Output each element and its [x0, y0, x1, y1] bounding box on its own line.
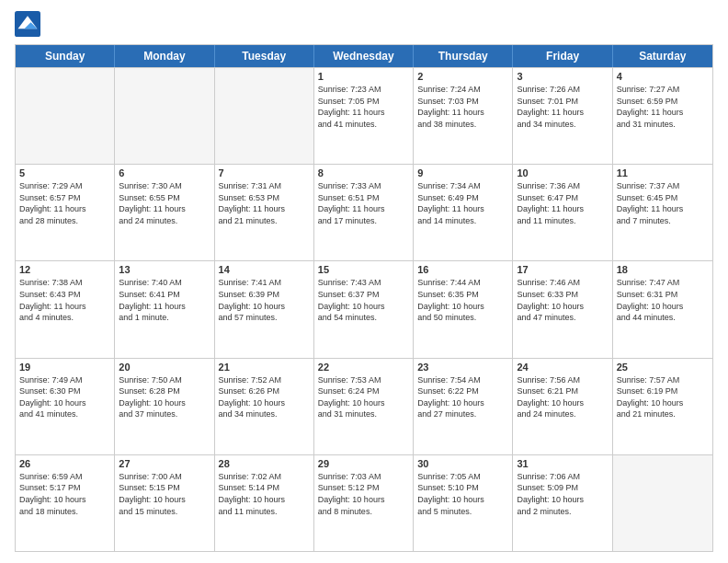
day-info: Sunrise: 7:43 AM Sunset: 6:37 PM Dayligh… [318, 277, 409, 323]
day-cell-16: 16Sunrise: 7:44 AM Sunset: 6:35 PM Dayli… [414, 261, 513, 357]
day-cell-20: 20Sunrise: 7:50 AM Sunset: 6:28 PM Dayli… [115, 359, 214, 454]
day-cell-28: 28Sunrise: 7:02 AM Sunset: 5:14 PM Dayli… [215, 455, 314, 551]
day-info: Sunrise: 7:47 AM Sunset: 6:31 PM Dayligh… [617, 277, 709, 323]
day-cell-30: 30Sunrise: 7:05 AM Sunset: 5:10 PM Dayli… [414, 455, 513, 551]
day-cell-31: 31Sunrise: 7:06 AM Sunset: 5:09 PM Dayli… [513, 455, 612, 551]
day-cell-6: 6Sunrise: 7:30 AM Sunset: 6:55 PM Daylig… [115, 165, 214, 260]
weekday-header-thursday: Thursday [414, 45, 513, 67]
day-number: 26 [19, 458, 110, 469]
day-cell-19: 19Sunrise: 7:49 AM Sunset: 6:30 PM Dayli… [16, 359, 115, 454]
day-info: Sunrise: 7:33 AM Sunset: 6:51 PM Dayligh… [318, 180, 409, 226]
day-number: 25 [617, 362, 709, 373]
day-info: Sunrise: 7:44 AM Sunset: 6:35 PM Dayligh… [417, 277, 508, 323]
day-cell-5: 5Sunrise: 7:29 AM Sunset: 6:57 PM Daylig… [16, 165, 115, 260]
weekday-header-wednesday: Wednesday [314, 45, 414, 67]
day-cell-2: 2Sunrise: 7:24 AM Sunset: 7:03 PM Daylig… [414, 68, 513, 164]
day-cell-9: 9Sunrise: 7:34 AM Sunset: 6:49 PM Daylig… [414, 165, 513, 260]
day-info: Sunrise: 7:02 AM Sunset: 5:14 PM Dayligh… [219, 471, 310, 517]
day-cell-15: 15Sunrise: 7:43 AM Sunset: 6:37 PM Dayli… [314, 261, 414, 357]
calendar-header: SundayMondayTuesdayWednesdayThursdayFrid… [16, 45, 712, 67]
day-info: Sunrise: 7:24 AM Sunset: 7:03 PM Dayligh… [417, 84, 508, 130]
day-info: Sunrise: 7:29 AM Sunset: 6:57 PM Dayligh… [19, 180, 110, 226]
day-info: Sunrise: 7:50 AM Sunset: 6:28 PM Dayligh… [119, 374, 210, 420]
day-cell-empty-0-1 [115, 68, 214, 164]
day-cell-14: 14Sunrise: 7:41 AM Sunset: 6:39 PM Dayli… [215, 261, 314, 357]
day-info: Sunrise: 7:37 AM Sunset: 6:45 PM Dayligh… [617, 180, 709, 226]
day-cell-17: 17Sunrise: 7:46 AM Sunset: 6:33 PM Dayli… [513, 261, 612, 357]
day-number: 23 [417, 362, 508, 373]
weekday-header-saturday: Saturday [613, 45, 712, 67]
day-cell-3: 3Sunrise: 7:26 AM Sunset: 7:01 PM Daylig… [513, 68, 612, 164]
day-cell-empty-4-6 [613, 455, 712, 551]
day-number: 13 [119, 264, 210, 275]
page-header [15, 11, 713, 37]
day-info: Sunrise: 7:36 AM Sunset: 6:47 PM Dayligh… [517, 180, 608, 226]
day-cell-25: 25Sunrise: 7:57 AM Sunset: 6:19 PM Dayli… [613, 359, 712, 454]
day-cell-21: 21Sunrise: 7:52 AM Sunset: 6:26 PM Dayli… [215, 359, 314, 454]
day-number: 18 [617, 264, 709, 275]
day-info: Sunrise: 7:54 AM Sunset: 6:22 PM Dayligh… [417, 374, 508, 420]
day-info: Sunrise: 7:46 AM Sunset: 6:33 PM Dayligh… [517, 277, 608, 323]
day-info: Sunrise: 6:59 AM Sunset: 5:17 PM Dayligh… [19, 471, 110, 517]
day-number: 10 [517, 167, 608, 178]
day-cell-7: 7Sunrise: 7:31 AM Sunset: 6:53 PM Daylig… [215, 165, 314, 260]
day-cell-23: 23Sunrise: 7:54 AM Sunset: 6:22 PM Dayli… [414, 359, 513, 454]
calendar-row-2: 12Sunrise: 7:38 AM Sunset: 6:43 PM Dayli… [16, 260, 712, 357]
day-cell-1: 1Sunrise: 7:23 AM Sunset: 7:05 PM Daylig… [314, 68, 414, 164]
day-cell-8: 8Sunrise: 7:33 AM Sunset: 6:51 PM Daylig… [314, 165, 414, 260]
day-number: 7 [219, 167, 310, 178]
weekday-header-monday: Monday [115, 45, 214, 67]
day-info: Sunrise: 7:40 AM Sunset: 6:41 PM Dayligh… [119, 277, 210, 323]
day-info: Sunrise: 7:06 AM Sunset: 5:09 PM Dayligh… [517, 471, 608, 517]
day-info: Sunrise: 7:38 AM Sunset: 6:43 PM Dayligh… [19, 277, 110, 323]
day-number: 24 [517, 362, 608, 373]
day-number: 4 [617, 71, 709, 82]
day-info: Sunrise: 7:34 AM Sunset: 6:49 PM Dayligh… [417, 180, 508, 226]
day-cell-13: 13Sunrise: 7:40 AM Sunset: 6:41 PM Dayli… [115, 261, 214, 357]
day-info: Sunrise: 7:56 AM Sunset: 6:21 PM Dayligh… [517, 374, 608, 420]
day-number: 9 [417, 167, 508, 178]
day-number: 15 [318, 264, 409, 275]
weekday-header-sunday: Sunday [16, 45, 115, 67]
day-number: 17 [517, 264, 608, 275]
calendar: SundayMondayTuesdayWednesdayThursdayFrid… [15, 44, 713, 552]
day-info: Sunrise: 7:41 AM Sunset: 6:39 PM Dayligh… [219, 277, 310, 323]
day-number: 16 [417, 264, 508, 275]
day-number: 30 [417, 458, 508, 469]
day-number: 2 [417, 71, 508, 82]
calendar-row-0: 1Sunrise: 7:23 AM Sunset: 7:05 PM Daylig… [16, 67, 712, 164]
calendar-row-4: 26Sunrise: 6:59 AM Sunset: 5:17 PM Dayli… [16, 454, 712, 551]
day-cell-11: 11Sunrise: 7:37 AM Sunset: 6:45 PM Dayli… [613, 165, 712, 260]
day-cell-29: 29Sunrise: 7:03 AM Sunset: 5:12 PM Dayli… [314, 455, 414, 551]
day-cell-18: 18Sunrise: 7:47 AM Sunset: 6:31 PM Dayli… [613, 261, 712, 357]
calendar-row-3: 19Sunrise: 7:49 AM Sunset: 6:30 PM Dayli… [16, 358, 712, 454]
day-info: Sunrise: 7:57 AM Sunset: 6:19 PM Dayligh… [617, 374, 709, 420]
day-number: 20 [119, 362, 210, 373]
day-cell-26: 26Sunrise: 6:59 AM Sunset: 5:17 PM Dayli… [16, 455, 115, 551]
day-cell-12: 12Sunrise: 7:38 AM Sunset: 6:43 PM Dayli… [16, 261, 115, 357]
day-number: 14 [219, 264, 310, 275]
day-info: Sunrise: 7:27 AM Sunset: 6:59 PM Dayligh… [617, 84, 709, 130]
day-number: 27 [119, 458, 210, 469]
day-number: 21 [219, 362, 310, 373]
day-number: 5 [19, 167, 110, 178]
day-info: Sunrise: 7:00 AM Sunset: 5:15 PM Dayligh… [119, 471, 210, 517]
day-cell-10: 10Sunrise: 7:36 AM Sunset: 6:47 PM Dayli… [513, 165, 612, 260]
day-number: 1 [318, 71, 409, 82]
day-number: 28 [219, 458, 310, 469]
day-info: Sunrise: 7:23 AM Sunset: 7:05 PM Dayligh… [318, 84, 409, 130]
day-info: Sunrise: 7:26 AM Sunset: 7:01 PM Dayligh… [517, 84, 608, 130]
day-number: 6 [119, 167, 210, 178]
day-number: 31 [517, 458, 608, 469]
day-cell-24: 24Sunrise: 7:56 AM Sunset: 6:21 PM Dayli… [513, 359, 612, 454]
day-info: Sunrise: 7:49 AM Sunset: 6:30 PM Dayligh… [19, 374, 110, 420]
day-number: 8 [318, 167, 409, 178]
day-cell-4: 4Sunrise: 7:27 AM Sunset: 6:59 PM Daylig… [613, 68, 712, 164]
calendar-row-1: 5Sunrise: 7:29 AM Sunset: 6:57 PM Daylig… [16, 164, 712, 260]
calendar-body: 1Sunrise: 7:23 AM Sunset: 7:05 PM Daylig… [16, 67, 712, 551]
weekday-header-tuesday: Tuesday [215, 45, 314, 67]
day-number: 11 [617, 167, 709, 178]
day-info: Sunrise: 7:53 AM Sunset: 6:24 PM Dayligh… [318, 374, 409, 420]
day-info: Sunrise: 7:52 AM Sunset: 6:26 PM Dayligh… [219, 374, 310, 420]
weekday-header-friday: Friday [513, 45, 612, 67]
